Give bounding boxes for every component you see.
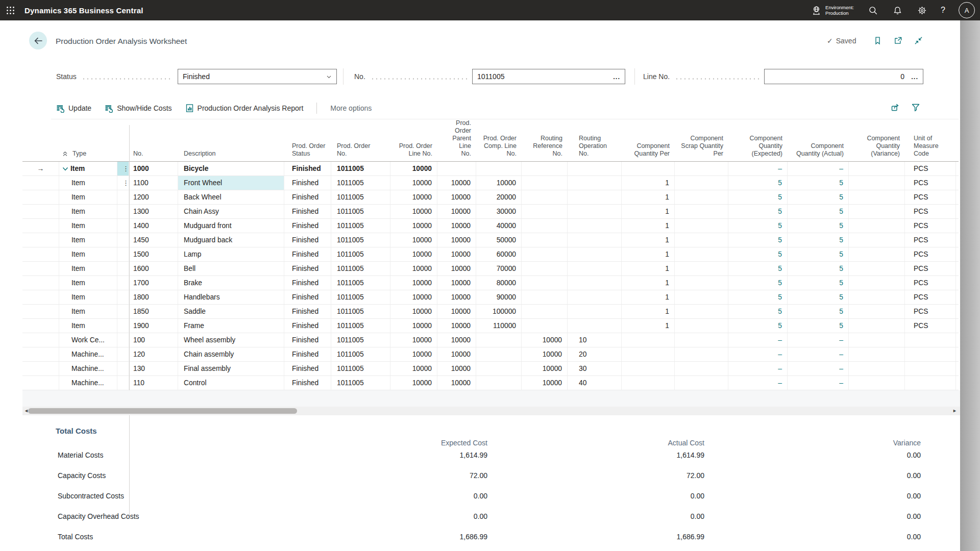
cell-comp_line_no[interactable]: 70000 xyxy=(476,262,522,276)
cell-scrap_per[interactable] xyxy=(675,176,728,190)
cell-qty_actual[interactable]: 5 xyxy=(788,219,849,233)
cell-qty_variance[interactable] xyxy=(849,205,905,218)
horizontal-scrollbar[interactable]: ◄ ► xyxy=(22,407,960,415)
scroll-right-arrow-icon[interactable]: ► xyxy=(952,408,957,414)
cell-scrap_per[interactable] xyxy=(675,205,728,218)
cell-routing_ref_no[interactable] xyxy=(522,247,568,261)
cell-order_no[interactable]: 1011005 xyxy=(331,190,390,204)
cell-comp_line_no[interactable] xyxy=(476,347,522,361)
cell-dots[interactable] xyxy=(117,247,129,261)
line-no-filter-input[interactable]: 0 ... xyxy=(764,69,923,84)
cell-routing_ref_no[interactable]: 10000 xyxy=(522,347,568,361)
cell-qty_actual[interactable]: 5 xyxy=(788,205,849,218)
cell-scrap_per[interactable] xyxy=(675,333,728,347)
cell-qty_per[interactable]: 1 xyxy=(622,290,675,304)
cell-qty_expected[interactable]: 5 xyxy=(728,233,788,247)
cell-qty_actual[interactable]: 5 xyxy=(788,247,849,261)
cell-line_no[interactable]: 10000 xyxy=(390,190,437,204)
column-header-routing_op_no[interactable]: Routing Operation No. xyxy=(568,135,622,161)
cell-order_no[interactable]: 1011005 xyxy=(331,219,390,233)
cell-qty_expected[interactable]: 5 xyxy=(728,290,788,304)
cell-status[interactable]: Finished xyxy=(284,162,331,176)
cell-order_no[interactable]: 1011005 xyxy=(331,362,390,375)
cell-qty_expected[interactable]: 5 xyxy=(728,319,788,333)
cell-parent_line_no[interactable]: 10000 xyxy=(437,219,476,233)
cell-qty_variance[interactable] xyxy=(849,219,905,233)
cell-routing_op_no[interactable]: 10 xyxy=(568,333,622,347)
cell-qty_per[interactable]: 1 xyxy=(622,190,675,204)
cell-dots[interactable] xyxy=(117,205,129,218)
cell-scrap_per[interactable] xyxy=(675,276,728,290)
cell-line_no[interactable]: 10000 xyxy=(390,276,437,290)
cell-routing_op_no[interactable] xyxy=(568,162,622,176)
cell-routing_op_no[interactable] xyxy=(568,176,622,190)
cell-comp_line_no[interactable]: 10000 xyxy=(476,176,522,190)
cell-routing_op_no[interactable] xyxy=(568,290,622,304)
cell-line_no[interactable]: 10000 xyxy=(390,219,437,233)
cell-no[interactable]: 100 xyxy=(129,333,178,347)
cell-routing_ref_no[interactable] xyxy=(522,176,568,190)
column-header-scrap_per[interactable]: Component Scrap Quantity Per xyxy=(675,135,728,161)
cell-gutter[interactable] xyxy=(22,347,59,361)
cell-description[interactable]: Mudguard back xyxy=(178,233,284,247)
cell-qty_per[interactable] xyxy=(622,333,675,347)
cell-status[interactable]: Finished xyxy=(284,362,331,375)
cell-gutter[interactable] xyxy=(22,362,59,375)
cell-scrap_per[interactable] xyxy=(675,347,728,361)
cell-uom[interactable] xyxy=(905,362,956,375)
cell-uom[interactable]: PCS xyxy=(905,219,956,233)
cell-qty_per[interactable] xyxy=(622,162,675,176)
cell-gutter[interactable] xyxy=(22,190,59,204)
cell-uom[interactable]: PCS xyxy=(905,247,956,261)
cell-no[interactable]: 1300 xyxy=(129,205,178,218)
cell-uom[interactable] xyxy=(905,347,956,361)
cell-comp_line_no[interactable] xyxy=(476,162,522,176)
cell-dots[interactable]: ⋮ xyxy=(117,162,129,176)
cell-uom[interactable]: PCS xyxy=(905,290,956,304)
analysis-report-button[interactable]: Production Order Analysis Report xyxy=(185,104,304,113)
cell-gutter[interactable] xyxy=(22,233,59,247)
cell-qty_actual[interactable]: 5 xyxy=(788,176,849,190)
column-header-order_no[interactable]: Prod. Order No. xyxy=(331,142,390,161)
cell-no[interactable]: 1450 xyxy=(129,233,178,247)
status-filter-select[interactable]: Finished xyxy=(178,69,337,84)
cell-description[interactable]: Back Wheel xyxy=(178,190,284,204)
more-options-button[interactable]: More options xyxy=(330,104,372,112)
cell-qty_variance[interactable] xyxy=(849,247,905,261)
cell-comp_line_no[interactable]: 40000 xyxy=(476,219,522,233)
cell-qty_variance[interactable] xyxy=(849,162,905,176)
cell-comp_line_no[interactable]: 100000 xyxy=(476,305,522,318)
cell-line_no[interactable]: 10000 xyxy=(390,233,437,247)
cell-qty_variance[interactable] xyxy=(849,190,905,204)
cell-scrap_per[interactable] xyxy=(675,319,728,333)
row-menu-icon[interactable]: ⋮ xyxy=(122,162,124,176)
cell-gutter[interactable] xyxy=(22,219,59,233)
cell-status[interactable]: Finished xyxy=(284,262,331,276)
cell-qty_expected[interactable]: 5 xyxy=(728,176,788,190)
cell-routing_op_no[interactable]: 30 xyxy=(568,362,622,375)
cell-uom[interactable]: PCS xyxy=(905,305,956,318)
cell-type[interactable]: Machine... xyxy=(59,362,117,375)
cell-line_no[interactable]: 10000 xyxy=(390,347,437,361)
cell-routing_ref_no[interactable] xyxy=(522,319,568,333)
cell-parent_line_no[interactable]: 10000 xyxy=(437,176,476,190)
cell-scrap_per[interactable] xyxy=(675,219,728,233)
cell-type[interactable]: Item xyxy=(59,162,117,176)
cell-qty_variance[interactable] xyxy=(849,262,905,276)
share-icon[interactable] xyxy=(890,102,900,112)
cell-gutter[interactable] xyxy=(22,276,59,290)
cell-line_no[interactable]: 10000 xyxy=(390,247,437,261)
cell-status[interactable]: Finished xyxy=(284,205,331,218)
cell-qty_expected[interactable]: – xyxy=(728,333,788,347)
cell-parent_line_no[interactable]: 10000 xyxy=(437,247,476,261)
cell-line_no[interactable]: 10000 xyxy=(390,176,437,190)
cell-qty_expected[interactable]: – xyxy=(728,362,788,375)
cell-qty_expected[interactable]: 5 xyxy=(728,262,788,276)
no-filter-input[interactable]: 1011005 ... xyxy=(472,69,625,84)
cell-no[interactable]: 1700 xyxy=(129,276,178,290)
cell-routing_op_no[interactable] xyxy=(568,247,622,261)
cell-line_no[interactable]: 10000 xyxy=(390,362,437,375)
column-header-no[interactable]: No. xyxy=(129,150,178,161)
cell-routing_op_no[interactable] xyxy=(568,233,622,247)
cell-status[interactable]: Finished xyxy=(284,276,331,290)
